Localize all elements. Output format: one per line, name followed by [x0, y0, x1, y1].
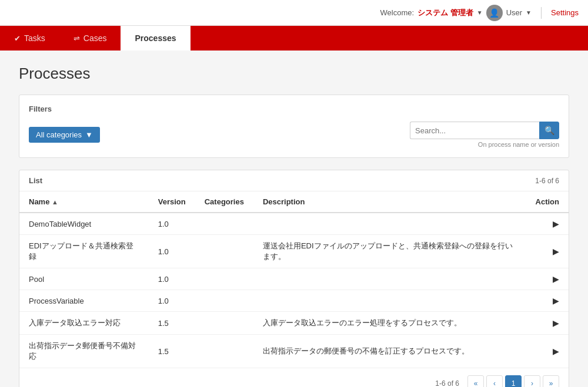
search-group: 🔍 On process name or version [410, 122, 559, 148]
cell-version: 1.0 [149, 213, 195, 235]
cell-description: 運送会社用EDIファイルのアップロードと、共通検索登録への登録を行います。 [253, 235, 526, 268]
cell-description [253, 290, 526, 312]
cell-name: ProcessVariable [19, 290, 149, 312]
tab-tasks[interactable]: ✔ Tasks [0, 26, 59, 51]
cell-version: 1.5 [149, 312, 195, 335]
pagination-next[interactable]: › [524, 375, 540, 387]
cell-version: 1.0 [149, 235, 195, 268]
tasks-icon: ✔ [14, 34, 21, 43]
cell-version: 1.0 [149, 290, 195, 312]
play-button-2[interactable]: ▶ [553, 274, 559, 284]
play-button-3[interactable]: ▶ [553, 296, 559, 305]
col-categories[interactable]: Categories [195, 191, 253, 213]
all-categories-button[interactable]: All categories ▼ [29, 127, 100, 143]
cell-name: EDIアップロード＆共通検索登録 [19, 235, 149, 268]
pagination-last[interactable]: » [543, 375, 559, 387]
nav-divider [541, 7, 542, 19]
username-dropdown-arrow[interactable]: ▼ [477, 9, 483, 16]
user-label: User [506, 8, 522, 17]
cell-categories [195, 290, 253, 312]
top-navigation: Welcome: システム 管理者 ▼ 👤 User ▼ Settings [0, 0, 588, 26]
table-row: 出荷指示データ郵便番号不備対応 1.5 出荷指示データの郵便番号の不備を訂正する… [19, 335, 569, 368]
search-button[interactable]: 🔍 [539, 122, 559, 139]
search-input[interactable] [410, 122, 539, 139]
tab-bar: ✔ Tasks ⇌ Cases Processes [0, 26, 588, 51]
table-row: ProcessVariable 1.0 ▶ [19, 290, 569, 312]
col-name-label: Name [29, 197, 52, 206]
tab-processes-label: Processes [135, 33, 176, 43]
tab-cases-label: Cases [83, 33, 107, 43]
cell-action: ▶ [526, 213, 569, 235]
cell-categories [195, 312, 253, 335]
tab-tasks-label: Tasks [24, 33, 45, 43]
all-categories-label: All categories [36, 130, 82, 139]
pagination-row: 1-6 of 6 « ‹ 1 › » [19, 368, 569, 387]
search-input-row: 🔍 [410, 122, 559, 139]
sort-arrow-name: ▲ [52, 198, 58, 206]
cell-description [253, 213, 526, 235]
username: システム 管理者 [417, 8, 473, 18]
cell-name: 入庫データ取込エラー対応 [19, 312, 149, 335]
table-row: Pool 1.0 ▶ [19, 268, 569, 290]
welcome-label: Welcome: [380, 8, 415, 17]
play-button-1[interactable]: ▶ [553, 247, 559, 256]
search-hint: On process name or version [478, 141, 559, 148]
table-row: EDIアップロード＆共通検索登録 1.0 運送会社用EDIファイルのアップロード… [19, 235, 569, 268]
search-icon: 🔍 [544, 126, 554, 135]
table-header-row: Name ▲ Version Categories Description Ac… [19, 191, 569, 213]
user-dropdown-arrow[interactable]: ▼ [526, 9, 532, 16]
cell-action: ▶ [526, 290, 569, 312]
play-button-5[interactable]: ▶ [553, 346, 559, 356]
col-description[interactable]: Description [253, 191, 526, 213]
cell-description [253, 268, 526, 290]
list-title: List [29, 176, 42, 185]
table-row: 入庫データ取込エラー対応 1.5 入庫データ取込エラーのエラー処理をするプロセス… [19, 312, 569, 335]
col-version[interactable]: Version [149, 191, 195, 213]
list-header: List 1-6 of 6 [19, 170, 569, 191]
filters-card: Filters All categories ▼ 🔍 On process na… [19, 95, 569, 158]
process-table: Name ▲ Version Categories Description Ac… [19, 191, 569, 368]
page-title: Processes [19, 65, 569, 83]
cell-categories [195, 268, 253, 290]
cell-categories [195, 213, 253, 235]
play-button-0[interactable]: ▶ [553, 219, 559, 228]
play-button-4[interactable]: ▶ [553, 318, 559, 328]
pagination-count: 1-6 of 6 [435, 379, 459, 387]
cell-name: 出荷指示データ郵便番号不備対応 [19, 335, 149, 368]
cell-action: ▶ [526, 312, 569, 335]
cell-description: 入庫データ取込エラーのエラー処理をするプロセスです。 [253, 312, 526, 335]
col-categories-label: Categories [205, 197, 244, 206]
filters-row: All categories ▼ 🔍 On process name or ve… [29, 122, 559, 148]
cell-name: DemoTableWidget [19, 213, 149, 235]
cell-categories [195, 235, 253, 268]
cell-action: ▶ [526, 235, 569, 268]
tab-cases[interactable]: ⇌ Cases [59, 26, 121, 51]
cell-description: 出荷指示データの郵便番号の不備を訂正するプロセスです。 [253, 335, 526, 368]
cell-name: Pool [19, 268, 149, 290]
avatar: 👤 [486, 5, 503, 21]
cell-action: ▶ [526, 335, 569, 368]
cases-icon: ⇌ [74, 34, 80, 43]
main-content: Processes Filters All categories ▼ 🔍 On … [0, 51, 588, 387]
categories-dropdown-arrow: ▼ [85, 130, 93, 139]
pagination-first[interactable]: « [467, 375, 484, 387]
col-action: Action [526, 191, 569, 213]
cell-version: 1.5 [149, 335, 195, 368]
col-name[interactable]: Name ▲ [19, 191, 149, 213]
list-card: List 1-6 of 6 Name ▲ Version Categories [19, 170, 569, 387]
cell-version: 1.0 [149, 268, 195, 290]
cell-action: ▶ [526, 268, 569, 290]
col-description-label: Description [263, 197, 305, 206]
settings-link[interactable]: Settings [551, 8, 579, 17]
cell-categories [195, 335, 253, 368]
table-row: DemoTableWidget 1.0 ▶ [19, 213, 569, 235]
col-version-label: Version [158, 197, 186, 206]
filters-header: Filters [29, 105, 559, 113]
tab-processes[interactable]: Processes [121, 26, 190, 51]
pagination-prev[interactable]: ‹ [486, 375, 503, 387]
list-count: 1-6 of 6 [535, 177, 559, 185]
welcome-section: Welcome: システム 管理者 ▼ 👤 User ▼ Settings [380, 5, 579, 21]
col-action-label: Action [536, 197, 559, 206]
pagination-current[interactable]: 1 [505, 375, 522, 387]
